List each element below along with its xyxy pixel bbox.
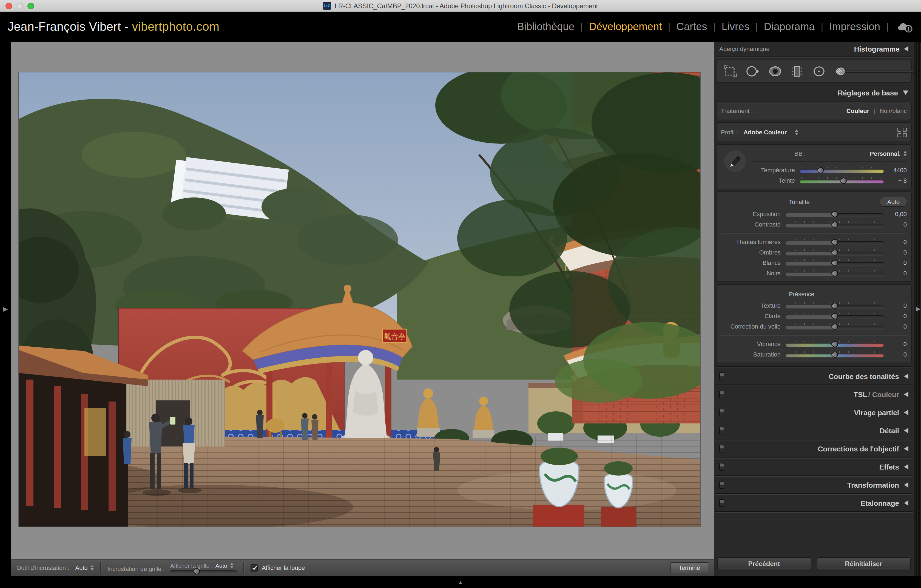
saturation-slider-row: Saturation 0	[721, 349, 907, 359]
grid-overlay-group: Incrustation de grille : Afficher la gri…	[107, 562, 237, 573]
module-develop[interactable]: Développement	[589, 21, 662, 33]
shadows-slider-row: Ombres 0	[721, 247, 907, 257]
white-balance-group: BB : Personnal. Température	[716, 144, 912, 189]
temperature-label: Température	[753, 166, 800, 173]
auto-tone-button[interactable]: Auto	[880, 197, 907, 206]
photo-canvas: 萬	[11, 42, 714, 559]
blacks-slider-row: Noirs 0	[721, 268, 907, 278]
previous-button[interactable]: Précédent	[717, 557, 811, 570]
panel-separator	[715, 56, 913, 58]
module-print[interactable]: Impression	[829, 21, 880, 33]
done-button[interactable]: Terminé	[670, 562, 708, 573]
minimize-button[interactable]	[16, 2, 23, 9]
hsl-color-panel-header[interactable]: TSL / Couleur	[714, 386, 914, 402]
tone-separator	[721, 233, 907, 233]
transform-panel-header[interactable]: Transformation	[714, 477, 914, 493]
window-title: LR-CLASSIC_CatMBP_2020.lrcat - Adobe Pho…	[335, 2, 598, 10]
shadows-value: 0	[884, 249, 907, 255]
right-panel-collapse-icon[interactable]: ▶	[916, 305, 921, 313]
profile-value[interactable]: Adobe Couleur	[744, 129, 787, 135]
panel-buttons: Précédent Réinitialiser	[714, 553, 914, 576]
texture-slider[interactable]	[786, 305, 884, 308]
expanded-icon	[903, 91, 908, 95]
profile-dropdown-icon[interactable]	[795, 129, 798, 135]
whites-label: Blancs	[721, 259, 786, 266]
split-toning-panel-header[interactable]: Virage partiel	[714, 404, 914, 421]
vibrance-label: Vibrance	[721, 340, 786, 347]
calibration-panel-header[interactable]: Etalonnage	[714, 495, 914, 511]
treatment-color-option[interactable]: Couleur	[846, 108, 869, 114]
shadows-slider[interactable]	[786, 252, 884, 255]
panel-enable-toggle[interactable]	[719, 373, 724, 380]
zoom-button[interactable]	[28, 2, 34, 9]
dehaze-slider[interactable]	[786, 326, 884, 329]
clarity-slider-row: Clarté 0	[721, 311, 907, 321]
collapse-left-icon	[904, 464, 908, 469]
module-books[interactable]: Livres	[721, 21, 749, 33]
section-title: Courbe des tonalités	[828, 372, 899, 380]
panel-enable-toggle[interactable]	[719, 445, 724, 453]
highlights-slider[interactable]	[786, 241, 884, 244]
presence-title: Présence	[789, 291, 814, 297]
detail-panel-header[interactable]: Détail	[714, 422, 914, 439]
panel-enable-toggle[interactable]	[719, 409, 724, 416]
show-loupe-label: Afficher la loupe	[262, 564, 305, 571]
module-divider: |	[713, 21, 716, 33]
section-title: Transformation	[847, 481, 899, 489]
saturation-slider[interactable]	[786, 354, 884, 357]
blacks-slider[interactable]	[786, 273, 884, 276]
profile-browser-icon[interactable]	[897, 127, 907, 137]
show-grid-dropdown-icon[interactable]	[230, 563, 233, 568]
panel-enable-toggle[interactable]	[719, 463, 724, 471]
graduated-filter-tool-icon[interactable]	[790, 65, 804, 78]
basic-panel-header[interactable]: Réglages de base	[714, 85, 914, 100]
window-title-group: LrC LR-CLASSIC_CatMBP_2020.lrcat - Adobe…	[323, 2, 598, 10]
collapse-left-icon	[904, 373, 908, 379]
lrc-doc-icon: LrC	[323, 2, 331, 10]
contrast-slider[interactable]	[786, 224, 884, 227]
cloud-sync-icon[interactable]: !	[897, 21, 913, 33]
adjustment-brush-tool-icon[interactable]	[834, 65, 914, 78]
module-slideshow[interactable]: Diaporama	[764, 21, 815, 33]
module-maps[interactable]: Cartes	[677, 21, 707, 33]
left-panel-expand-icon[interactable]: ▶	[3, 306, 8, 312]
grid-size-slider[interactable]	[170, 570, 237, 573]
module-library[interactable]: Bibliothèque	[517, 21, 574, 33]
histogram-panel-toggle[interactable]: Histogramme	[854, 45, 908, 53]
exposure-slider[interactable]	[786, 213, 884, 217]
panel-enable-toggle[interactable]	[719, 499, 724, 507]
temperature-slider[interactable]	[800, 169, 884, 173]
reset-button[interactable]: Réinitialiser	[817, 557, 911, 570]
spot-removal-tool-icon[interactable]	[745, 65, 760, 78]
tint-slider[interactable]	[800, 180, 884, 183]
vibrance-slider[interactable]	[786, 344, 884, 347]
contrast-value: 0	[884, 221, 907, 227]
effects-panel-header[interactable]: Effets	[714, 459, 914, 475]
wb-dropdown-icon[interactable]	[903, 151, 907, 156]
temperature-value: 4400	[884, 166, 907, 173]
dehaze-label: Correction du voile	[721, 323, 786, 329]
photo[interactable]: 萬	[19, 72, 700, 526]
show-grid-value[interactable]: Auto	[215, 562, 227, 569]
overlay-dropdown-icon[interactable]	[90, 565, 94, 570]
tone-curve-panel-header[interactable]: Courbe des tonalités	[714, 368, 914, 384]
lens-corrections-panel-header[interactable]: Corrections de l'objectif	[714, 440, 914, 457]
panel-enable-toggle[interactable]	[719, 481, 724, 489]
wb-preset-value[interactable]: Personnal.	[870, 150, 901, 157]
radial-filter-tool-icon[interactable]	[812, 65, 826, 78]
filmstrip-expand-icon[interactable]: ▲	[458, 579, 463, 585]
panel-enable-toggle[interactable]	[719, 427, 724, 435]
red-eye-tool-icon[interactable]	[768, 65, 782, 78]
clarity-slider[interactable]	[786, 315, 884, 319]
treatment-bw-option[interactable]: Noir/blanc	[880, 108, 907, 114]
whites-slider[interactable]	[786, 262, 884, 265]
crop-tool-icon[interactable]	[723, 65, 737, 78]
panel-enable-toggle[interactable]	[719, 391, 724, 398]
dehaze-slider-row: Correction du voile 0	[721, 321, 907, 331]
collapse-left-icon	[904, 482, 908, 488]
collapse-left-icon	[904, 392, 908, 397]
overlay-tool-value[interactable]: Auto	[75, 564, 88, 571]
close-button[interactable]	[5, 2, 12, 9]
show-loupe-checkbox[interactable]	[251, 564, 258, 571]
wb-eyedropper-button[interactable]	[724, 150, 746, 172]
